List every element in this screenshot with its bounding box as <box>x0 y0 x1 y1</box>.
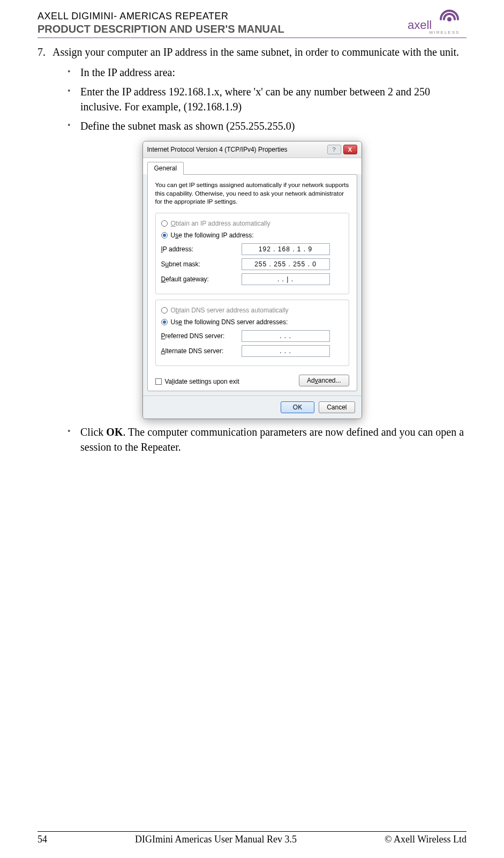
bullet-item: • Define the subnet mask as shown (255.2… <box>67 118 467 133</box>
default-gateway-label: Default gateway: <box>161 275 242 283</box>
validate-checkbox-row[interactable]: Validate settings upon exit <box>155 378 239 385</box>
header-product-line: AXELL DIGIMINI- AMERICAS REPEATER <box>37 11 467 22</box>
radio-label: Use the following DNS server addresses: <box>171 318 288 326</box>
step-number: 7. <box>37 44 52 59</box>
ip-group: Obtain an IP address automatically Use t… <box>155 213 349 294</box>
bullet-text: Define the subnet mask as shown (255.255… <box>80 118 295 133</box>
dialog-footer: OK Cancel <box>143 396 362 419</box>
preferred-dns-label: Preferred DNS server: <box>161 332 242 340</box>
checkbox-icon <box>155 378 162 385</box>
bullet-text: Click OK. The computer communication par… <box>80 424 467 454</box>
radio-icon <box>161 220 168 227</box>
radio-obtain-ip-auto[interactable]: Obtain an IP address automatically <box>161 220 343 227</box>
step-7: 7. Assign your computer an IP address in… <box>37 44 467 59</box>
subnet-mask-label: Subnet mask: <box>161 260 242 268</box>
ip-address-label: IP address: <box>161 245 242 253</box>
alternate-dns-input[interactable]: . . . <box>242 345 330 357</box>
dns-group: Obtain DNS server address automatically … <box>155 300 349 366</box>
dialog-description: You can get IP settings assigned automat… <box>155 181 349 206</box>
bullet-icon: • <box>67 65 80 80</box>
page-header: AXELL DIGIMINI- AMERICAS REPEATER PRODUC… <box>37 11 467 38</box>
dialog-titlebar: Internet Protocol Version 4 (TCP/IPv4) P… <box>143 141 362 158</box>
radio-icon <box>161 232 168 238</box>
bullet-item: • Click OK. The computer communication p… <box>67 424 467 454</box>
header-doc-title: PRODUCT DESCRIPTION AND USER'S MANUAL <box>37 23 467 35</box>
logo-sub: WIRELESS <box>429 30 460 34</box>
axell-logo-icon: axell WIRELESS <box>408 9 467 34</box>
close-button[interactable]: X <box>343 145 357 154</box>
bullet-icon: • <box>67 118 80 133</box>
text-fragment: Click <box>80 426 106 438</box>
radio-icon <box>161 307 168 314</box>
help-button[interactable]: ? <box>327 145 341 154</box>
radio-label: Use the following IP address: <box>171 232 254 239</box>
text-bold: OK <box>106 426 123 438</box>
radio-use-following-ip[interactable]: Use the following IP address: <box>161 232 343 239</box>
bullet-icon: • <box>67 84 80 114</box>
alternate-dns-label: Alternate DNS server: <box>161 347 242 355</box>
svg-point-0 <box>447 17 452 21</box>
validate-label: Validate settings upon exit <box>165 378 239 385</box>
radio-label: Obtain an IP address automatically <box>171 220 270 227</box>
step-text: Assign your computer an IP address in th… <box>52 44 459 59</box>
text-fragment: . The computer communication parameters … <box>80 426 464 453</box>
bullet-icon: • <box>67 424 80 454</box>
logo-text: axell <box>408 18 432 32</box>
page-number: 54 <box>37 834 47 845</box>
ipv4-properties-dialog: Internet Protocol Version 4 (TCP/IPv4) P… <box>142 141 362 419</box>
page-footer: 54 DIGImini Americas User Manual Rev 3.5… <box>37 831 467 845</box>
advanced-button[interactable]: Advanced... <box>299 375 349 386</box>
dialog-title: Internet Protocol Version 4 (TCP/IPv4) P… <box>147 146 325 153</box>
footer-doc-title: DIGImini Americas User Manual Rev 3.5 <box>135 834 297 845</box>
radio-icon <box>161 319 168 325</box>
radio-use-following-dns[interactable]: Use the following DNS server addresses: <box>161 318 343 326</box>
bullet-item: • Enter the IP address 192.168.1.x, wher… <box>67 84 467 114</box>
brand-logo: axell WIRELESS <box>408 9 467 34</box>
default-gateway-input[interactable]: . . | . <box>242 273 330 285</box>
ok-button[interactable]: OK <box>281 401 314 413</box>
preferred-dns-input[interactable]: . . . <box>242 330 330 342</box>
bullet-text: Enter the IP address 192.168.1.x, where … <box>80 84 467 114</box>
radio-obtain-dns-auto[interactable]: Obtain DNS server address automatically <box>161 307 343 314</box>
bullet-text: In the IP address area: <box>80 65 175 80</box>
bullet-item: • In the IP address area: <box>67 65 467 80</box>
tab-strip: General <box>143 158 362 174</box>
tab-body: You can get IP settings assigned automat… <box>147 174 357 391</box>
cancel-button[interactable]: Cancel <box>319 401 355 413</box>
subnet-mask-input[interactable]: 255 . 255 . 255 . 0 <box>242 258 330 270</box>
ip-address-input[interactable]: 192 . 168 . 1 . 9 <box>242 243 330 255</box>
footer-copyright: © Axell Wireless Ltd <box>385 834 467 845</box>
tab-general[interactable]: General <box>147 162 184 175</box>
radio-label: Obtain DNS server address automatically <box>171 307 289 314</box>
